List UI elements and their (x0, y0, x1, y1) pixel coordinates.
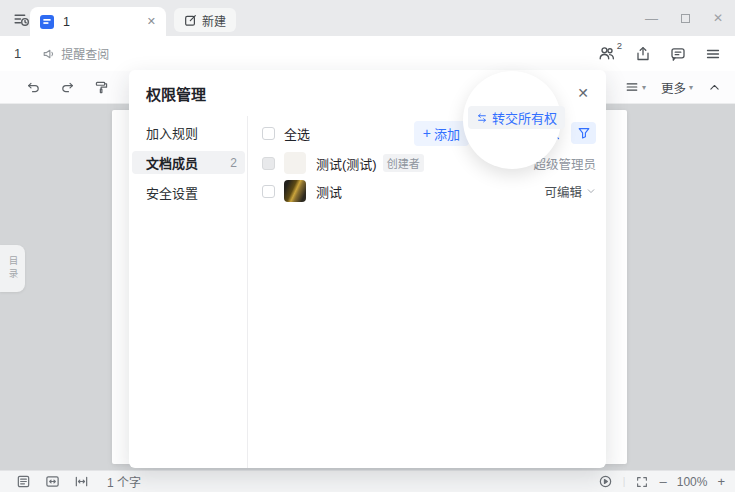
share-button[interactable] (635, 46, 651, 62)
chevron-up-icon (708, 81, 721, 94)
dialog-close-icon[interactable]: ✕ (577, 85, 589, 101)
document-name: 1 (14, 46, 21, 61)
presentation-button[interactable] (598, 474, 613, 489)
outline-view-icon (16, 474, 31, 489)
window-controls: — ✕ (645, 8, 723, 28)
menu-button[interactable] (705, 46, 721, 62)
toolbar-right: ▾ 更多 ▾ (625, 78, 721, 97)
nav-item-join-rules[interactable]: 加入规则 (132, 121, 245, 144)
filter-member-button[interactable] (571, 122, 596, 144)
more-dropdown[interactable]: 更多 ▾ (661, 78, 693, 97)
toc-label: 目录 (6, 256, 20, 281)
status-bar: 1 个字 | – 100% + (0, 470, 735, 492)
member-name: 测试(测试) (316, 154, 377, 173)
presentation-icon (598, 474, 613, 489)
zoom-in-button[interactable]: + (717, 474, 725, 489)
toolbar-left (26, 80, 143, 95)
tab-bar: 1 ✕ 新建 — ✕ (0, 0, 735, 36)
format-painter-button[interactable] (94, 80, 109, 95)
member-role-dropdown[interactable]: 可编辑 (544, 182, 596, 201)
nav-item-members[interactable]: 文档成员 2 (132, 151, 245, 174)
add-member-button[interactable]: + 添加 (414, 121, 469, 146)
redo-icon (60, 80, 75, 95)
select-all-label: 全选 (284, 124, 310, 143)
nav-item-security[interactable]: 安全设置 (132, 181, 245, 204)
remind-review-button[interactable]: 提醒查阅 (42, 45, 109, 62)
caret-down-icon: ▾ (642, 83, 646, 92)
application-window: 1 ✕ 新建 — ✕ 1 提醒查阅 2 (0, 0, 735, 492)
format-painter-icon (94, 80, 109, 95)
text-lines-icon (625, 80, 639, 94)
toc-side-tab[interactable]: 目录 (0, 245, 25, 292)
doc-list-icon (13, 11, 30, 28)
share-icon (635, 46, 651, 62)
filter-icon (577, 126, 591, 140)
nav-item-label: 文档成员 (146, 153, 198, 172)
transfer-ownership-label: 转交所有权 (492, 108, 557, 127)
remind-review-label: 提醒查阅 (61, 45, 109, 62)
page-width-button[interactable] (45, 474, 60, 489)
comment-icon (670, 46, 686, 62)
avatar (284, 180, 306, 202)
nav-item-label: 安全设置 (146, 183, 198, 202)
plus-icon: + (423, 126, 431, 140)
more-label: 更多 (661, 78, 686, 97)
nav-item-label: 加入规则 (146, 123, 198, 142)
document-header: 1 提醒查阅 2 (0, 36, 735, 71)
document-icon (40, 15, 54, 29)
caret-down-icon: ▾ (689, 83, 693, 92)
fullscreen-button[interactable] (635, 475, 649, 489)
text-style-dropdown[interactable]: ▾ (625, 80, 646, 94)
select-all-checkbox[interactable] (262, 127, 275, 140)
fit-width-button[interactable] (74, 474, 89, 489)
tab-close-icon[interactable]: ✕ (147, 15, 156, 28)
creator-badge: 创建者 (383, 154, 424, 172)
dialog-body: 加入规则 文档成员 2 安全设置 全选 + 添加 (129, 116, 606, 468)
outline-view-button[interactable] (16, 474, 31, 489)
document-tab[interactable]: 1 ✕ (30, 7, 166, 36)
member-name: 测试 (316, 182, 342, 201)
add-member-label: 添加 (434, 124, 460, 143)
status-right: | – 100% + (598, 474, 725, 489)
maximize-icon[interactable] (681, 14, 690, 23)
zoom-out-button[interactable]: – (659, 474, 666, 489)
fullscreen-icon (635, 475, 649, 489)
minimize-icon[interactable]: — (645, 12, 658, 25)
zoom-level: 100% (677, 475, 708, 489)
page-width-icon (45, 474, 60, 489)
doc-history-button[interactable] (10, 8, 32, 30)
tab-title: 1 (63, 15, 70, 29)
collaborators-icon (598, 45, 616, 62)
transfer-icon (476, 112, 488, 124)
collaborators-button[interactable]: 2 (598, 45, 616, 62)
hamburger-icon (705, 46, 721, 62)
collaborator-count-badge: 2 (617, 40, 622, 51)
window-close-icon[interactable]: ✕ (713, 12, 723, 24)
megaphone-icon (42, 47, 56, 61)
new-document-label: 新建 (202, 12, 226, 29)
collapse-toolbar-button[interactable] (708, 81, 721, 94)
members-pane: 全选 + 添加 (248, 116, 606, 468)
fit-width-icon (74, 474, 89, 489)
member-count: 2 (230, 156, 237, 170)
status-divider: | (623, 476, 626, 487)
new-document-button[interactable]: 新建 (174, 8, 236, 32)
redo-button[interactable] (60, 80, 75, 95)
member-checkbox-disabled (262, 157, 275, 170)
undo-icon (26, 80, 41, 95)
member-role-label: 可编辑 (544, 182, 582, 201)
compose-icon (184, 14, 197, 27)
dialog-title: 权限管理 (146, 83, 206, 104)
member-row: 测试 可编辑 (262, 179, 596, 203)
dialog-nav: 加入规则 文档成员 2 安全设置 (129, 116, 248, 468)
member-checkbox[interactable] (262, 185, 275, 198)
header-actions: 2 (598, 45, 721, 62)
status-left: 1 个字 (16, 473, 141, 490)
comment-button[interactable] (670, 46, 686, 62)
word-count: 1 个字 (107, 473, 141, 490)
chevron-down-icon (586, 186, 596, 196)
transfer-ownership-button[interactable]: 转交所有权 (468, 106, 565, 129)
undo-button[interactable] (26, 80, 41, 95)
avatar (284, 152, 306, 174)
